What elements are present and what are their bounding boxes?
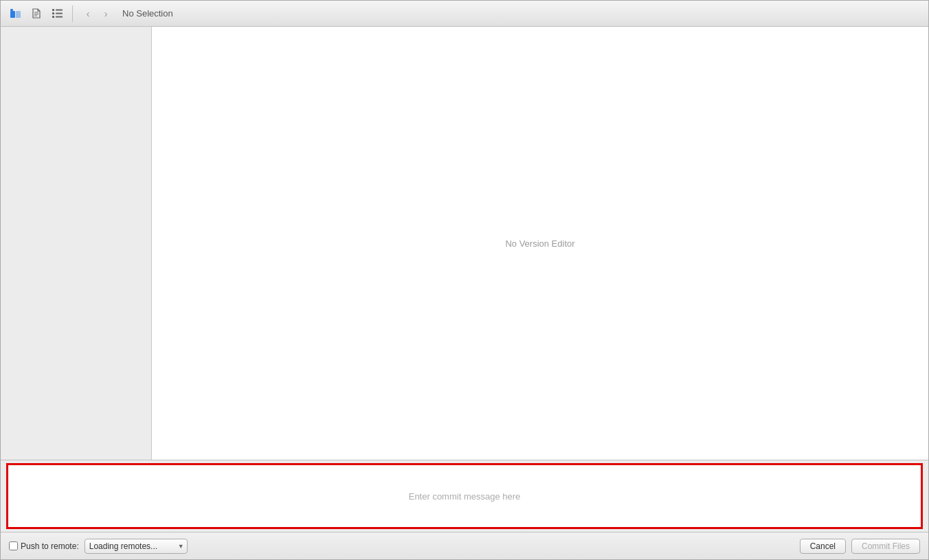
- remote-select-wrapper: Loading remotes... ▼: [85, 539, 188, 554]
- push-to-remote-checkbox[interactable]: [9, 541, 18, 550]
- list-view-button[interactable]: [47, 5, 67, 22]
- push-to-remote-label: Push to remote:: [21, 541, 79, 551]
- remote-select[interactable]: Loading remotes...: [85, 539, 188, 554]
- toolbar: ‹ › No Selection: [1, 1, 928, 27]
- file-view-button[interactable]: [27, 5, 46, 22]
- main-content: No Version Editor: [1, 27, 928, 460]
- svg-rect-10: [52, 16, 54, 18]
- app-window: ‹ › No Selection No Version Editor Enter…: [0, 0, 929, 560]
- svg-rect-11: [56, 16, 63, 18]
- horizontal-separator: [1, 460, 928, 460]
- sidebar: [1, 27, 152, 460]
- commit-area: Enter commit message here: [6, 463, 923, 529]
- svg-rect-7: [56, 10, 63, 11]
- push-to-remote-section: Push to remote:: [9, 541, 79, 551]
- nav-forward-button[interactable]: ›: [98, 5, 114, 22]
- chevron-right-icon: ›: [104, 8, 108, 19]
- svg-rect-2: [16, 11, 21, 18]
- toolbar-view-icons: [6, 5, 73, 22]
- folder-view-button[interactable]: [6, 5, 25, 22]
- nav-back-button[interactable]: ‹: [80, 5, 96, 22]
- bottom-bar: Push to remote: Loading remotes... ▼ Can…: [1, 532, 928, 559]
- cancel-button[interactable]: Cancel: [800, 539, 846, 554]
- svg-rect-0: [10, 11, 15, 18]
- no-version-editor-label: No Version Editor: [505, 238, 574, 249]
- chevron-left-icon: ‹: [87, 8, 90, 19]
- svg-rect-6: [52, 9, 54, 11]
- editor-pane: No Version Editor: [152, 27, 928, 460]
- toolbar-nav: ‹ ›: [80, 5, 114, 22]
- commit-files-button[interactable]: Commit Files: [851, 539, 920, 554]
- selection-label: No Selection: [122, 8, 173, 19]
- commit-message-input[interactable]: [8, 465, 921, 527]
- svg-rect-9: [56, 13, 63, 14]
- svg-rect-1: [10, 9, 13, 11]
- svg-rect-8: [52, 12, 54, 14]
